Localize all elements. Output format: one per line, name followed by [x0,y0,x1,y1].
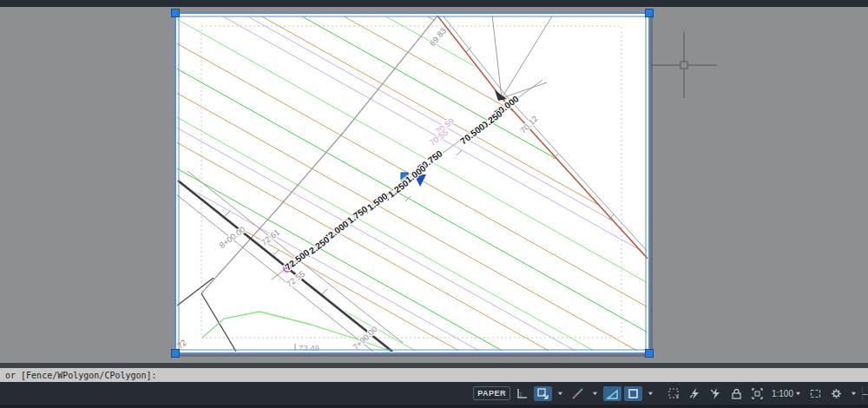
isolate-objects-icon[interactable] [748,386,766,401]
viewport-corner-grip[interactable] [172,350,180,358]
status-bar-overflow-icon[interactable]: ‒ [862,386,868,401]
annotation-scale-button[interactable]: 1:100 [769,386,804,401]
grid-display-icon[interactable] [513,386,531,401]
command-prompt[interactable]: or [Fence/WPolygon/CPolygon]: [0,371,157,380]
crosshair-cursor [651,32,717,98]
titlebar-strip [0,0,868,7]
selection-cycling-icon[interactable] [665,386,683,401]
snap-mode-icon[interactable] [534,386,552,401]
polar-tracking-dropdown[interactable] [589,386,601,401]
command-line-bar[interactable]: or [Fence/WPolygon/CPolygon]: [0,363,868,382]
object-snap-dropdown[interactable] [645,386,656,401]
viewport-corner-grip[interactable] [646,10,654,17]
status-bar: PAPER 1:100 [0,382,868,408]
viewport-corner-grip[interactable] [646,350,654,358]
annotation-visibility-icon[interactable] [686,386,704,401]
annotation-scale-dropdown-icon[interactable] [795,391,801,397]
drawing-canvas[interactable]: 70.00070.25070.50070.75071.00071.25071.5… [0,7,868,363]
object-snap-icon[interactable] [624,386,642,401]
lock-ui-icon[interactable] [727,386,746,401]
object-snap-tracking-icon[interactable] [603,386,621,401]
svg-text:73.49: 73.49 [299,343,319,352]
customization-dropdown[interactable] [848,386,859,401]
annotation-autoscale-icon[interactable] [707,386,725,401]
paper-space-button[interactable]: PAPER [473,386,510,400]
customization-gear-icon[interactable] [827,386,845,401]
polar-tracking-icon[interactable] [569,386,587,401]
viewport-corner-grip[interactable] [172,10,180,17]
viewport-maximize-icon[interactable] [806,386,825,401]
paperspace-drawing: 70.00070.25070.50070.75071.00071.25071.5… [0,7,868,363]
snap-mode-dropdown[interactable] [555,386,566,401]
annotation-scale-value: 1:100 [772,389,793,398]
